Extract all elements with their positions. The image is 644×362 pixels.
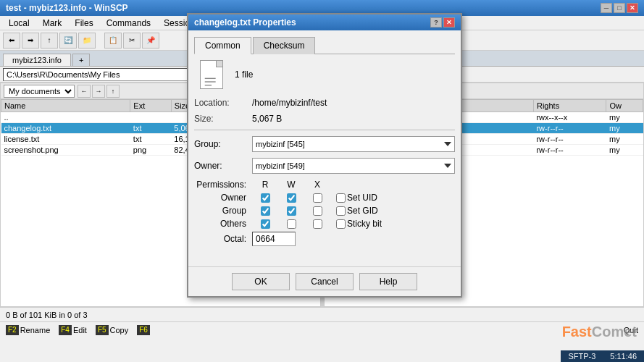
- sftp-status: SFTP-3: [568, 352, 595, 361]
- file-ext: [130, 112, 171, 123]
- toolbar-btn-3[interactable]: ↑: [41, 33, 58, 49]
- others-x-label: [304, 219, 330, 229]
- sticky-bit-label: Sticky bit: [347, 219, 382, 229]
- set-uid-checkbox[interactable]: [336, 193, 346, 203]
- size-row: Size: 5,067 B: [194, 114, 455, 124]
- file-icon-area: 1 file: [194, 60, 455, 89]
- properties-dialog: changelog.txt Properties ? ✕ Common Chec…: [187, 13, 462, 298]
- set-uid-label: Set UID: [347, 193, 377, 203]
- bottombar: F2 Rename F4 Edit F5 Copy F6 Quit: [0, 321, 644, 337]
- toolbar-btn-4[interactable]: 🔄: [59, 33, 77, 49]
- owner-special-group: Set UID: [336, 193, 377, 203]
- group-r-checkbox[interactable]: [261, 206, 270, 216]
- toolbar-btn-2[interactable]: ➡: [22, 33, 39, 49]
- group-w-checkbox[interactable]: [287, 206, 296, 216]
- f4-edit[interactable]: F4 Edit: [56, 324, 90, 336]
- others-x-checkbox[interactable]: [313, 219, 322, 229]
- left-nav-up[interactable]: ↑: [106, 85, 120, 98]
- file-type-icon: [200, 60, 223, 89]
- sftp-statusbar: SFTP-3 5:11:46: [561, 350, 644, 362]
- minimize-btn[interactable]: ─: [601, 3, 612, 13]
- file-name: screenshot.png: [1, 145, 130, 156]
- menu-local[interactable]: Local: [3, 17, 35, 30]
- others-special-group: Sticky bit: [336, 219, 382, 229]
- tab-checksum[interactable]: Checksum: [253, 37, 316, 54]
- owner-w-checkbox[interactable]: [287, 193, 296, 203]
- others-w-label: [278, 219, 304, 229]
- group-perm-label: Group: [194, 206, 252, 216]
- ok-button[interactable]: OK: [232, 273, 290, 290]
- left-nav-fwd[interactable]: →: [92, 85, 105, 98]
- help-button[interactable]: Help: [359, 273, 417, 290]
- others-r-checkbox[interactable]: [261, 219, 270, 229]
- col-name[interactable]: Name: [1, 100, 130, 112]
- f2-rename[interactable]: F2 Rename: [3, 324, 53, 336]
- divider-1: [194, 130, 455, 130]
- permissions-section: Permissions: R W X Owner: [194, 180, 455, 246]
- toolbar-btn-5[interactable]: 📁: [78, 33, 96, 49]
- statusbar: 0 B of 101 KiB in 0 of 3: [0, 307, 644, 321]
- group-perm-row: Group Set GID: [194, 206, 455, 216]
- toolbar-btn-6[interactable]: 📋: [104, 33, 122, 49]
- dialog-titlebar: changelog.txt Properties ? ✕: [188, 14, 461, 30]
- f5-label: F5: [96, 325, 109, 335]
- others-w-checkbox[interactable]: [287, 219, 296, 229]
- dialog-buttons: OK Cancel Help: [188, 266, 461, 296]
- tab-common[interactable]: Common: [194, 37, 251, 54]
- add-tab-btn[interactable]: +: [72, 54, 90, 66]
- set-gid-checkbox[interactable]: [336, 206, 346, 216]
- owner-r-checkbox[interactable]: [261, 193, 270, 203]
- edit-label: Edit: [73, 326, 87, 334]
- logo-text: FastComet: [562, 324, 637, 340]
- others-r-label: [252, 219, 278, 229]
- right-col-rights[interactable]: Rights: [533, 100, 606, 112]
- octal-row: Octal:: [194, 232, 455, 246]
- toolbar-btn-8[interactable]: 📌: [142, 33, 159, 49]
- status-text: 0 B of 101 KiB in 0 of 3: [6, 311, 88, 319]
- toolbar-btn-7[interactable]: ✂: [123, 33, 141, 49]
- close-btn[interactable]: ✕: [627, 3, 638, 13]
- owner-x-checkbox[interactable]: [313, 193, 322, 203]
- left-nav-back[interactable]: ←: [78, 85, 91, 98]
- file-name: ..: [1, 112, 130, 123]
- right-col-owner[interactable]: Ow: [606, 100, 643, 112]
- main-window: test - mybiz123.info - WinSCP ─ □ ✕ Loca…: [0, 0, 644, 362]
- octal-input[interactable]: [252, 232, 296, 246]
- session-tab[interactable]: mybiz123.info: [3, 54, 71, 66]
- menu-files[interactable]: Files: [69, 17, 99, 30]
- group-x-label: [304, 206, 330, 216]
- dialog-help-btn[interactable]: ?: [430, 17, 442, 28]
- file-ext: png: [130, 145, 171, 156]
- group-select[interactable]: mybizinf [545]: [252, 136, 455, 152]
- f6-btn[interactable]: F6: [134, 324, 154, 336]
- cancel-button[interactable]: Cancel: [296, 273, 354, 290]
- group-special-group: Set GID: [336, 206, 378, 216]
- maximize-btn[interactable]: □: [614, 3, 625, 13]
- location-label: Location:: [194, 98, 252, 108]
- fastcomet-logo: FastComet: [562, 324, 637, 340]
- f5-copy[interactable]: F5 Copy: [93, 324, 131, 336]
- toolbar-btn-1[interactable]: ⬅: [3, 33, 20, 49]
- owner-select[interactable]: mybizinf [549]: [252, 158, 455, 174]
- menu-commands[interactable]: Commands: [101, 17, 156, 30]
- others-perm-label: Others: [194, 219, 252, 229]
- owner-perm-label: Owner: [194, 193, 252, 203]
- menu-mark[interactable]: Mark: [37, 17, 68, 30]
- group-row: Group: mybizinf [545]: [194, 136, 455, 152]
- dialog-tabs: Common Checksum: [194, 36, 455, 54]
- sticky-bit-checkbox[interactable]: [336, 219, 346, 229]
- file-name: changelog.txt: [1, 123, 130, 134]
- set-gid-label: Set GID: [347, 206, 378, 216]
- permissions-label: Permissions:: [194, 180, 252, 190]
- group-w-label: [278, 206, 304, 216]
- folder-dropdown[interactable]: My documents: [4, 85, 75, 98]
- perm-col-r-header: R: [252, 180, 278, 190]
- f6-label: F6: [137, 325, 150, 335]
- dialog-title: changelog.txt Properties: [194, 17, 296, 28]
- group-label: Group:: [194, 139, 252, 149]
- location-row: Location: /home/mybizinf/test: [194, 98, 455, 108]
- dialog-close-btn[interactable]: ✕: [443, 17, 455, 28]
- col-ext[interactable]: Ext: [130, 100, 171, 112]
- group-x-checkbox[interactable]: [313, 206, 322, 216]
- file-name: license.txt: [1, 134, 130, 145]
